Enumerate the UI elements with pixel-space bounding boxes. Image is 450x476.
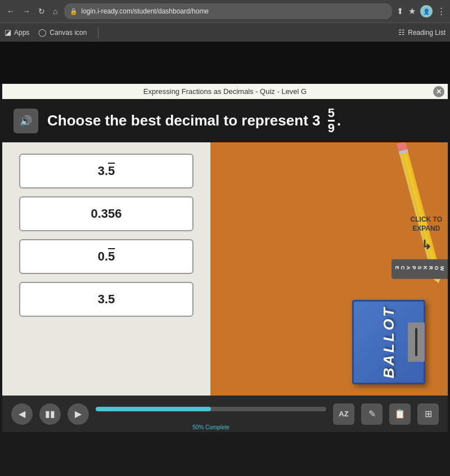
question-text: Choose the best decimal to represent 3 5… [47,107,341,134]
choice-d-value: 3.5 [98,292,115,306]
fraction-denominator: 9 [328,122,335,134]
quiz-container: 🔊 Choose the best decimal to represent 3… [2,99,448,432]
ballot-box: BALLOT [352,300,425,384]
answer-choice-a[interactable]: 3.5 [19,154,194,188]
progress-label: 50% Complete [192,424,230,430]
question-period: . [337,112,341,129]
reading-list-icon: ☷ [398,28,405,37]
question-prefix: Choose the best decimal to represent 3 [47,112,320,129]
back-button[interactable]: ← [4,6,17,17]
calculator-icon: ⊞ [425,408,432,419]
answer-choice-c[interactable]: 0.5 [19,239,194,274]
clipboard-icon: 📋 [394,408,406,419]
canvas-bookmark[interactable]: ◯ Canvas icon [38,28,87,37]
progress-wrapper: 50% Complete [96,407,326,421]
canvas-icon: ◯ [38,28,47,37]
fraction-part: 5 9 [328,107,335,134]
home-button[interactable]: ⌂ [51,6,60,17]
ballot-label: BALLOT [380,306,398,378]
progress-bar [96,407,326,411]
answer-panel: 3.5 0.356 0.5 3.5 [2,142,210,396]
answer-choice-d[interactable]: 3.5 [19,282,194,317]
bottom-toolbar: ◀ ▮▮ ▶ 50% Complete AZ ✎ 📋 ⊞ [2,396,448,432]
next-button[interactable]: ▶ [68,403,89,425]
browser-chrome: ← → ↻ ⌂ 🔒 login.i-ready.com/student/dash… [0,0,450,42]
forward-button[interactable]: → [20,6,33,17]
url-text: login.i-ready.com/student/dashboard/home [81,7,386,15]
refresh-button[interactable]: ↻ [36,6,47,17]
overline-5-c: 5 [108,249,115,263]
toolbar-icons: ⬆ ★ 👤 ⋮ [397,5,446,17]
az-icon: AZ [339,410,348,418]
apps-label: Apps [14,29,29,37]
content-area: Expressing Fractions as Decimals - Quiz … [0,42,450,476]
click-to-expand[interactable]: CLICK TOEXPAND ↳ [411,215,442,254]
calculator-tool-button[interactable]: ⊞ [417,403,439,425]
clipboard-tool-button[interactable]: 📋 [389,403,411,425]
ballot-slot [415,328,417,356]
close-quiz-button[interactable]: ✕ [433,86,444,97]
menu-icon[interactable]: ⋮ [437,6,446,16]
pencil-tool-icon: ✎ [368,408,376,419]
expand-arrow-icon: ↳ [411,237,442,254]
choice-b-value: 0.356 [91,206,122,221]
previous-button[interactable]: ◀ [11,403,33,425]
reading-list-bookmark[interactable]: ☷ Reading List [398,28,446,37]
bookmark-icon[interactable]: ★ [408,6,416,16]
workspace-panel: CLICK TOEXPAND ↳ BALLOT WORKSPACE [210,142,448,396]
bookmarks-bar: ◪ Apps ◯ Canvas icon ☷ Reading List [0,23,450,42]
quiz-title-bar: Expressing Fractions as Decimals - Quiz … [2,84,448,99]
speaker-icon: 🔊 [20,115,32,127]
workspace-tab[interactable]: WORKSPACE [392,259,448,279]
az-tool-button[interactable]: AZ [333,403,354,425]
pause-button[interactable]: ▮▮ [39,403,61,425]
divider [98,27,98,38]
browser-toolbar: ← → ↻ ⌂ 🔒 login.i-ready.com/student/dash… [0,0,450,23]
avatar[interactable]: 👤 [420,5,433,17]
black-bar [0,42,450,84]
fraction-display: 5 9 [322,107,334,134]
progress-fill [96,407,211,411]
reading-list-label: Reading List [408,29,446,37]
overline-5-a: 5 [108,164,115,178]
fraction-numerator: 5 [328,107,335,122]
quiz-title: Expressing Fractions as Decimals - Quiz … [143,87,307,96]
question-header: 🔊 Choose the best decimal to represent 3… [2,99,448,142]
quiz-body: 3.5 0.356 0.5 3.5 [2,142,448,396]
address-bar[interactable]: 🔒 login.i-ready.com/student/dashboard/ho… [64,3,392,19]
answer-choice-b[interactable]: 0.356 [19,196,194,231]
pencil-tool-button[interactable]: ✎ [361,403,382,425]
share-icon[interactable]: ⬆ [397,6,404,16]
canvas-label: Canvas icon [50,29,87,37]
nav-buttons: ← → ↻ ⌂ [4,6,60,17]
expand-label: CLICK TOEXPAND [411,215,442,233]
apps-bookmark[interactable]: ◪ Apps [4,28,29,37]
ballot-slot-container [408,322,425,362]
apps-grid-icon: ◪ [4,28,11,37]
lock-icon: 🔒 [70,8,78,15]
speaker-button[interactable]: 🔊 [14,109,38,133]
